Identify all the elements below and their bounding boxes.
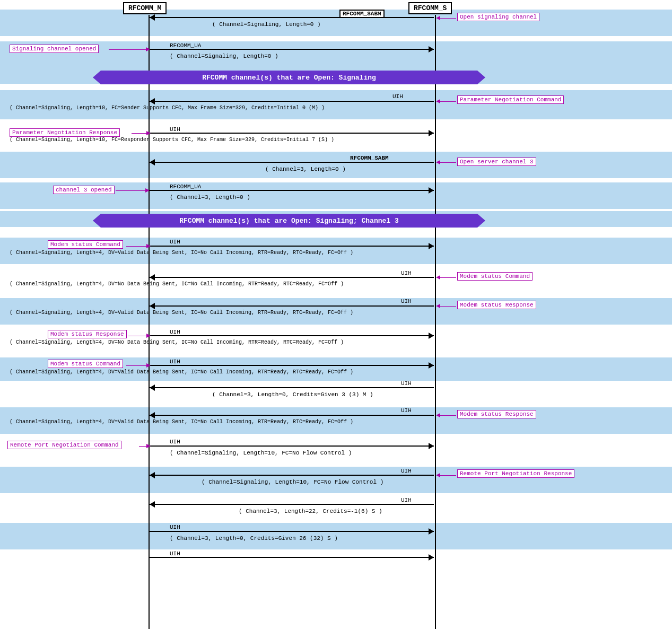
label-uih-msc-3: UIH <box>170 359 180 365</box>
ann-line-4 <box>132 133 147 134</box>
ann-pnc: Parameter Negotiation Command <box>457 95 564 104</box>
params-uih-ch3-data: ( Channel=3, Length=22, Credits=-1(6) S … <box>239 508 382 514</box>
label-rfcomm-sabm: RFCOMM_SABM <box>339 10 385 18</box>
ann-arrow-15 <box>436 473 440 477</box>
arrow-uih-pnr <box>150 133 434 134</box>
arrow-uih-pnc <box>150 101 434 102</box>
ann-arrow-8 <box>436 275 440 279</box>
ann-open-signaling: Open signaling channel <box>457 13 539 21</box>
arrow-uih-msr-3 <box>150 415 434 416</box>
label-uih-credits-2: UIH <box>170 524 180 530</box>
ann-line-7 <box>126 246 147 247</box>
arrow-rfcomm-sabm-ch3 <box>150 162 434 163</box>
ann-line-2 <box>109 49 147 50</box>
ann-arrow-1 <box>436 16 440 20</box>
label-uih-credits-1: UIH <box>401 380 412 387</box>
label-uih-msc-1: UIH <box>170 239 180 245</box>
label-uih-msr-1: UIH <box>401 298 412 304</box>
ann-arrow-2 <box>146 47 150 51</box>
label-rfcomm-ua: RFCOMM_UA <box>170 42 201 49</box>
arrow-uih-rpn-resp <box>150 475 434 476</box>
ann-arrow-7 <box>146 244 151 248</box>
ann-arrow-5 <box>436 160 440 164</box>
arrow-rfcomm-sabm <box>150 17 434 18</box>
ann-line-10 <box>128 336 147 336</box>
arrow-uih-credits-1 <box>150 387 434 388</box>
ann-msr-1: Modem status Response <box>457 301 536 309</box>
params-uih-pnc: ( Channel=Signaling, Length=10, FC=Sende… <box>10 105 325 111</box>
params-uih-msc-2: ( Channel=Signaling, Length=4, DV=No Dat… <box>10 281 344 287</box>
params-uih-credits-2: ( Channel=3, Length=0, Credits=Given 26 … <box>170 535 338 541</box>
label-uih-msc-2: UIH <box>401 270 412 276</box>
arrow-uih-rpn-cmd <box>150 445 434 447</box>
arrow-rfcomm-ua <box>150 49 434 50</box>
params-uih-msr-2: ( Channel=Signaling, Length=4, DV=No Dat… <box>10 339 344 345</box>
arrow-uih-msr-1 <box>150 305 434 307</box>
label-uih-rpn-resp: UIH <box>401 468 412 474</box>
params-uih-credits-1: ( Channel=3, Length=0, Credits=Given 3 (… <box>212 391 373 398</box>
ann-rpn-resp: Remote Port Negotiation Response <box>457 469 574 478</box>
state-bar-2: RFCOMM channel(s) that are Open: Signali… <box>93 214 485 228</box>
master-lifeline-header: RFCOMM_M <box>123 2 167 14</box>
ann-pnr: Parameter Negotiation Response <box>10 128 120 137</box>
ann-msr-3: Modem status Response <box>457 410 536 418</box>
params-rfcomm-ua-ch3: ( Channel=3, Length=0 ) <box>170 194 250 200</box>
ann-arrow-3 <box>436 99 440 103</box>
label-uih-msr-3: UIH <box>401 407 412 414</box>
label-uih-last: UIH <box>170 551 180 557</box>
ann-arrow-14 <box>146 444 151 448</box>
ann-arrow-13 <box>436 413 440 417</box>
arrow-uih-last <box>150 557 434 558</box>
params-rfcomm-sabm: ( Channel=Signaling, Length=0 ) <box>212 21 321 28</box>
ann-arrow-9 <box>436 304 440 308</box>
ann-line-11 <box>126 365 147 366</box>
ann-open-ch3: Open server channel 3 <box>457 158 536 166</box>
label-rfcomm-sabm-ch3: RFCOMM_SABM <box>350 155 389 161</box>
params-rfcomm-ua: ( Channel=Signaling, Length=0 ) <box>170 53 278 59</box>
label-uih-ch3-data: UIH <box>401 497 412 503</box>
params-uih-msr-1: ( Channel=Signaling, Length=4, DV=Valid … <box>10 310 353 316</box>
ann-msc-2: Modem status Command <box>457 272 533 281</box>
params-uih-rpn-resp: ( Channel=Signaling, Length=10, FC=No Fl… <box>202 479 383 485</box>
ann-msr-2: Modem status Response <box>48 330 127 338</box>
slave-lifeline-header: RFCOMM_S <box>408 2 452 14</box>
arrow-uih-credits-2 <box>150 531 434 532</box>
arrow-uih-msc-2 <box>150 277 434 278</box>
label-uih-pnc: UIH <box>392 93 403 100</box>
ann-signaling-opened: Signaling channel opened <box>10 45 99 53</box>
arrow-uih-msr-2 <box>150 335 434 336</box>
state-bar-1: RFCOMM channel(s) that are Open: Signali… <box>93 71 485 84</box>
ann-msc-3: Modem status Command <box>48 360 123 368</box>
params-uih-rpn-cmd: ( Channel=Signaling, Length=10, FC=No Fl… <box>170 450 352 456</box>
params-uih-msc-1: ( Channel=Signaling, Length=4, DV=Valid … <box>10 250 353 256</box>
params-rfcomm-sabm-ch3: ( Channel=3, Length=0 ) <box>265 166 346 172</box>
slave-lifeline <box>435 15 436 629</box>
ann-arrow-10 <box>146 334 151 338</box>
ann-arrow-11 <box>146 363 151 368</box>
ann-line-6 <box>116 190 146 191</box>
arrow-uih-ch3-data <box>150 504 434 505</box>
params-uih-pnr: ( Channel=Signaling, Length=10, FC=Respo… <box>10 137 334 143</box>
params-uih-msc-3: ( Channel=Signaling, Length=4, DV=Valid … <box>10 369 353 375</box>
ann-rpn-cmd: Remote Port Negotiation Command <box>7 441 121 449</box>
ann-msc-1: Modem status Command <box>48 240 123 249</box>
label-rfcomm-ua-ch3: RFCOMM_UA <box>170 184 201 190</box>
ann-arrow-6 <box>145 188 150 193</box>
ann-arrow-4 <box>146 131 151 135</box>
ann-ch3-opened: channel 3 opened <box>53 186 115 194</box>
arrow-rfcomm-ua-ch3 <box>150 190 434 191</box>
params-uih-msr-3: ( Channel=Signaling, Length=4, DV=Valid … <box>10 419 353 425</box>
arrow-uih-msc-3 <box>150 365 434 366</box>
label-uih-rpn-cmd: UIH <box>170 439 180 445</box>
label-uih-msr-2: UIH <box>170 329 180 335</box>
sequence-diagram: RFCOMM_M RFCOMM_S RFCOMM channel(s) that… <box>0 0 672 629</box>
arrow-uih-msc-1 <box>150 246 434 247</box>
label-uih-pnr: UIH <box>170 126 180 133</box>
